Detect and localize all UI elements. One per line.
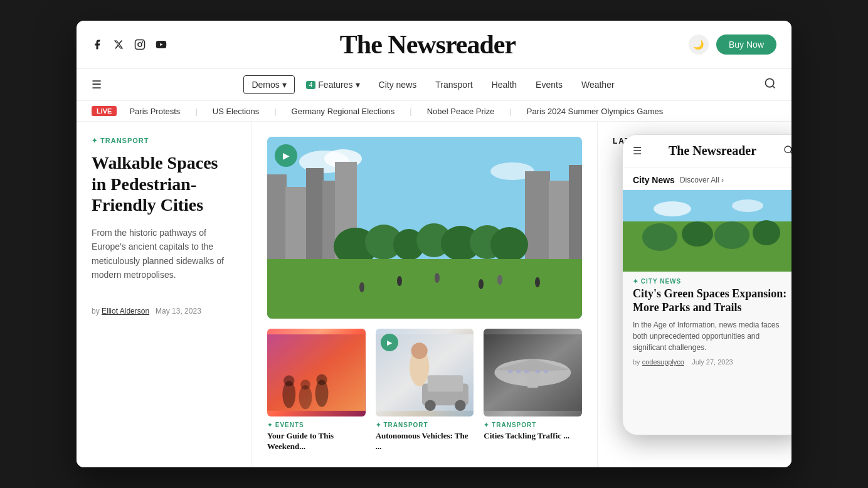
svg-rect-43	[427, 375, 463, 391]
svg-line-58	[790, 152, 791, 154]
grid-title-1: Autonomous Vehicles: The ...	[376, 431, 474, 452]
svg-point-44	[425, 400, 435, 411]
bottom-grid: ✦ EVENTS Your Guide to This Weekend... ▶	[267, 329, 582, 452]
grid-image-2	[484, 329, 582, 416]
chevron-down-icon: ▾	[356, 80, 360, 90]
svg-rect-52	[508, 370, 512, 373]
svg-rect-0	[135, 40, 145, 50]
svg-point-29	[497, 275, 502, 285]
svg-point-34	[283, 375, 294, 386]
nav-item-weather[interactable]: Weather	[574, 76, 622, 93]
svg-point-63	[642, 223, 677, 251]
nav-item-demos[interactable]: Demos ▾	[243, 75, 294, 94]
svg-rect-16	[549, 181, 571, 262]
instagram-icon[interactable]	[134, 39, 146, 50]
nav-item-events[interactable]: Events	[528, 76, 570, 93]
grid-title-0: Your Guide to This Weekend...	[267, 431, 366, 452]
grid-item-0: ✦ EVENTS Your Guide to This Weekend...	[267, 329, 366, 452]
svg-point-61	[732, 199, 763, 212]
top-right-controls: 🌙 Buy Now	[689, 34, 776, 55]
browser-frame: The Newsreader 🌙 Buy Now ☰ Demos ▾ 4 Fea…	[77, 21, 791, 467]
ticker-item-1[interactable]: US Elections	[213, 107, 259, 116]
svg-rect-51	[527, 371, 538, 388]
hero-play-button[interactable]: ▶	[275, 144, 297, 167]
svg-rect-53	[517, 370, 521, 373]
nav-item-features[interactable]: 4 Features ▾	[299, 76, 368, 93]
grid-tag-0: ✦ EVENTS	[267, 422, 366, 428]
svg-rect-17	[569, 165, 582, 262]
svg-point-66	[753, 220, 780, 245]
phone-section-header: City News Discover All ›	[623, 167, 791, 190]
news-ticker: LIVE Paris Protests | US Elections | Ger…	[77, 101, 791, 122]
hero-author-line: by Elliot Alderson May 13, 2023	[92, 307, 236, 316]
svg-point-36	[300, 379, 310, 390]
svg-rect-15	[525, 171, 550, 262]
nav-item-city-news[interactable]: City news	[371, 76, 425, 93]
svg-point-45	[455, 400, 465, 411]
svg-point-27	[435, 273, 440, 283]
top-bar: The Newsreader 🌙 Buy Now	[77, 21, 791, 69]
ticker-item-0[interactable]: Paris Protests	[129, 107, 180, 116]
buy-now-button[interactable]: Buy Now	[716, 34, 776, 55]
center-column: ▶	[252, 122, 597, 467]
search-icon[interactable]	[764, 77, 776, 93]
left-column: ✦ TRANSPORT Walkable Spaces in Pedestria…	[77, 122, 252, 467]
phone-date: July 27, 2023	[692, 358, 733, 366]
svg-point-24	[490, 227, 528, 262]
svg-rect-11	[285, 187, 307, 262]
phone-search-icon[interactable]	[783, 145, 791, 157]
nav-item-transport[interactable]: Transport	[428, 76, 480, 93]
ticker-item-4[interactable]: Paris 2024 Summer Olympics Games	[527, 107, 663, 116]
phone-author-name[interactable]: codesupplyco	[642, 358, 684, 366]
hero-category: ✦ TRANSPORT	[92, 137, 236, 145]
phone-article-tag: ✦ CITY NEWS	[623, 272, 791, 287]
phone-city-news-label: City News	[633, 175, 675, 185]
phone-site-title: The Newsreader	[669, 144, 756, 158]
svg-point-38	[316, 374, 327, 385]
svg-rect-25	[267, 259, 582, 319]
hero-headline: Walkable Spaces in Pedestrian-Friendly C…	[92, 152, 236, 216]
svg-point-2	[142, 42, 143, 43]
site-title: The Newsreader	[167, 29, 689, 60]
svg-point-65	[714, 221, 749, 249]
youtube-icon[interactable]	[156, 39, 167, 50]
right-column: LATEST POSTS ☰ The Newsreader City News …	[597, 122, 791, 467]
phone-author-line: by codesupplyco July 27, 2023	[623, 358, 791, 373]
svg-rect-55	[536, 370, 540, 373]
svg-rect-10	[267, 174, 287, 262]
grid-item-1: ▶	[376, 329, 474, 452]
grid-tag-1: ✦ TRANSPORT	[376, 422, 474, 428]
phone-article-title: City's Green Spaces Expansion: More Park…	[623, 287, 791, 319]
nav-item-health[interactable]: Health	[484, 76, 524, 93]
svg-point-41	[411, 342, 427, 359]
grid-title-2: Cities Tackling Traffic ...	[484, 431, 582, 442]
svg-point-28	[479, 279, 484, 289]
ticker-item-2[interactable]: Germany Regional Elections	[292, 107, 395, 116]
hero-date: May 13, 2023	[156, 307, 201, 316]
phone-article-desc: In the Age of Information, news media fa…	[623, 319, 791, 358]
grid-item-2: ✦ TRANSPORT Cities Tackling Traffic ...	[484, 329, 582, 452]
live-badge: LIVE	[92, 106, 117, 116]
svg-rect-54	[525, 370, 529, 373]
twitter-x-icon[interactable]	[113, 39, 124, 50]
dark-mode-button[interactable]: 🌙	[689, 34, 709, 55]
social-icons-group	[92, 39, 167, 50]
svg-point-26	[397, 276, 402, 286]
grid-image-1: ▶	[376, 329, 474, 416]
svg-point-1	[138, 43, 142, 46]
hero-author-name[interactable]: Elliot Alderson	[102, 307, 149, 316]
phone-hamburger-icon[interactable]: ☰	[633, 145, 642, 157]
nav-links: Demos ▾ 4 Features ▾ City news Transport…	[243, 75, 622, 94]
svg-rect-56	[544, 370, 548, 373]
phone-discover-all[interactable]: Discover All ›	[680, 176, 724, 184]
phone-overlay: ☰ The Newsreader City News Discover All …	[622, 134, 791, 435]
grid-tag-2: ✦ TRANSPORT	[484, 422, 582, 428]
phone-hero-image	[623, 190, 791, 272]
ticker-item-3[interactable]: Nobel Peace Prize	[427, 107, 495, 116]
facebook-icon[interactable]	[92, 39, 103, 50]
grid-play-button-1[interactable]: ▶	[381, 334, 398, 351]
hero-image: ▶	[267, 137, 582, 319]
svg-point-31	[535, 277, 540, 287]
hamburger-menu[interactable]: ☰	[92, 78, 102, 92]
svg-point-64	[682, 221, 713, 247]
